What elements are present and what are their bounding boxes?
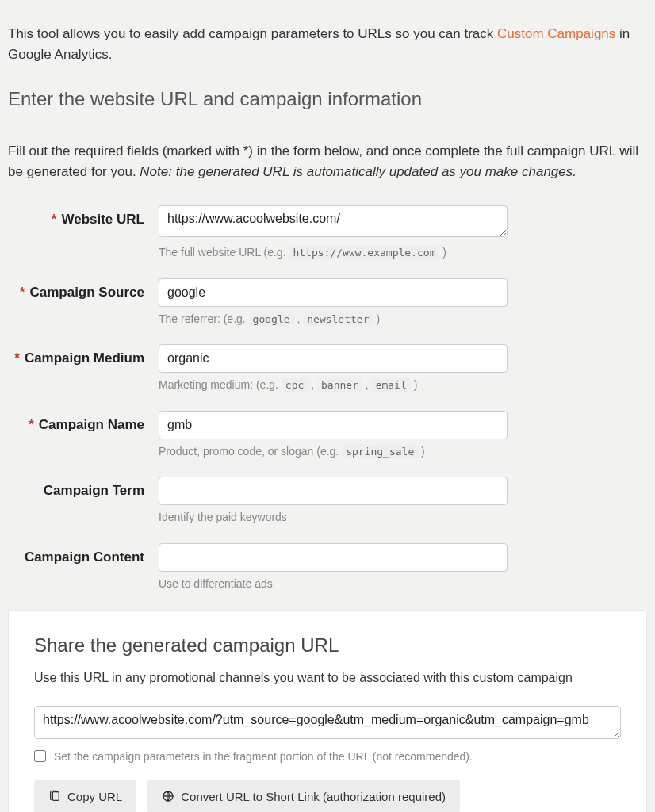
fragment-label: Set the campaign parameters in the fragm… xyxy=(54,750,473,763)
term-label: Campaign Term xyxy=(8,477,159,499)
share-desc: Use this URL in any promotional channels… xyxy=(34,671,621,685)
content-input[interactable] xyxy=(159,543,508,572)
term-input[interactable] xyxy=(159,477,508,505)
custom-campaigns-link[interactable]: Custom Campaigns xyxy=(497,26,615,41)
name-input[interactable] xyxy=(159,411,508,439)
source-label: *Campaign Source xyxy=(8,278,159,301)
medium-label: *Campaign Medium xyxy=(8,344,159,366)
share-panel: Share the generated campaign URL Use thi… xyxy=(8,610,647,812)
svg-rect-0 xyxy=(52,792,59,801)
field-row-url: *Website URL https://www.acoolwebsite.co… xyxy=(8,205,647,261)
field-row-name: *Campaign Name Product, promo code, or s… xyxy=(8,411,647,460)
term-help: Identify the paid keywords xyxy=(159,510,508,526)
source-input[interactable] xyxy=(159,278,508,307)
content-label: Campaign Content xyxy=(8,543,159,565)
campaign-form: *Website URL https://www.acoolwebsite.co… xyxy=(8,205,647,592)
content-help: Use to differentiate ads xyxy=(159,576,508,592)
generated-url-output[interactable]: https://www.acoolwebsite.com/?utm_source… xyxy=(34,706,621,739)
copy-url-button[interactable]: Copy URL xyxy=(34,780,136,812)
medium-help: Marketing medium: (e.g. cpc , banner , e… xyxy=(159,377,508,393)
fragment-checkbox[interactable] xyxy=(34,750,46,762)
url-label: *Website URL xyxy=(8,205,159,228)
instructions-text: Fill out the required fields (marked wit… xyxy=(8,141,647,182)
clipboard-icon xyxy=(48,790,61,802)
name-help: Product, promo code, or slogan (e.g. spr… xyxy=(159,444,508,460)
field-row-content: Campaign Content Use to differentiate ad… xyxy=(8,543,647,592)
url-input[interactable]: https://www.acoolwebsite.com/ xyxy=(159,205,508,237)
link-icon xyxy=(162,790,174,802)
field-row-term: Campaign Term Identify the paid keywords xyxy=(8,477,647,526)
convert-shortlink-button[interactable]: Convert URL to Short Link (authorization… xyxy=(147,780,460,812)
field-row-medium: *Campaign Medium Marketing medium: (e.g.… xyxy=(8,344,647,393)
section-heading: Enter the website URL and campaign infor… xyxy=(8,88,647,110)
source-help: The referrer: (e.g. google , newsletter … xyxy=(159,312,508,327)
name-label: *Campaign Name xyxy=(8,411,159,433)
field-row-source: *Campaign Source The referrer: (e.g. goo… xyxy=(8,278,647,327)
url-help: The full website URL (e.g. https://www.e… xyxy=(159,245,508,261)
medium-input[interactable] xyxy=(159,344,508,373)
share-heading: Share the generated campaign URL xyxy=(34,634,621,657)
divider xyxy=(8,117,647,117)
intro-text: This tool allows you to easily add campa… xyxy=(8,24,647,64)
